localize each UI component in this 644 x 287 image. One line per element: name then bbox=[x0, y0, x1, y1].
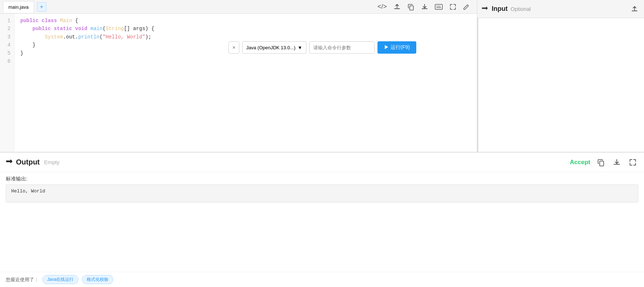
tab-add-icon: + bbox=[40, 4, 43, 10]
output-body: 标准输出: Hello, World bbox=[0, 172, 644, 272]
input-title: ⮕ Input Optional bbox=[482, 5, 531, 13]
svg-rect-2 bbox=[600, 161, 604, 166]
close-icon: × bbox=[232, 45, 235, 50]
code-embed-icon[interactable]: </> bbox=[376, 1, 388, 12]
input-panel-header: ⮕ Input Optional bbox=[477, 0, 644, 18]
output-download-icon[interactable] bbox=[611, 157, 622, 168]
output-fullscreen-icon[interactable] bbox=[627, 157, 638, 168]
input-title-label: Input bbox=[492, 5, 508, 13]
run-label: ▶ 运行(F9) bbox=[384, 44, 410, 51]
stdout-label: 标准输出: bbox=[6, 176, 638, 182]
tab-main-java[interactable]: main.java bbox=[3, 1, 34, 13]
code-content[interactable]: public class Main { public static void m… bbox=[15, 14, 477, 152]
input-toolbar-icons bbox=[629, 4, 640, 14]
run-toolbar: × Java (OpenJDK 13.0...) ▼ ▶ 运行(F9) bbox=[228, 41, 416, 54]
input-arrow-icon: ⮕ bbox=[482, 5, 489, 13]
output-title-label: Output bbox=[16, 158, 40, 166]
accept-button[interactable]: Accept bbox=[570, 159, 590, 166]
line-numbers: 1 2 3 4 5 6 bbox=[0, 14, 15, 152]
recently-tag-java[interactable]: Java在线运行 bbox=[42, 275, 78, 284]
recently-tag-format[interactable]: 格式化校验 bbox=[82, 275, 113, 284]
tab-bar: main.java + </> bbox=[0, 0, 477, 14]
output-arrow-icon: ⮕ bbox=[6, 158, 13, 166]
expand-icon[interactable] bbox=[448, 2, 458, 12]
output-area: ⮕ Output Empty Accept 标准输出: Hello, World… bbox=[0, 152, 644, 287]
download-icon[interactable] bbox=[420, 2, 430, 12]
svg-rect-0 bbox=[410, 6, 413, 10]
input-upload-icon[interactable] bbox=[629, 4, 640, 14]
recently-used-bar: 您最近使用了： Java在线运行 格式化校验 bbox=[0, 272, 644, 287]
input-panel: ⮕ Input Optional bbox=[477, 0, 644, 152]
output-title: ⮕ Output bbox=[6, 158, 40, 166]
keyboard-icon[interactable] bbox=[433, 3, 444, 11]
output-copy-icon[interactable] bbox=[595, 157, 606, 168]
upload-icon[interactable] bbox=[392, 2, 402, 12]
output-header: ⮕ Output Empty Accept bbox=[0, 153, 644, 172]
output-status: Empty bbox=[44, 159, 60, 165]
input-optional-label: Optional bbox=[511, 6, 531, 12]
cmd-args-input[interactable] bbox=[309, 41, 375, 54]
run-button[interactable]: ▶ 运行(F9) bbox=[377, 41, 417, 54]
output-toolbar: Accept bbox=[570, 157, 638, 168]
copy-icon[interactable] bbox=[406, 2, 416, 12]
chevron-down-icon: ▼ bbox=[298, 45, 302, 50]
language-selector[interactable]: Java (OpenJDK 13.0...) ▼ bbox=[242, 41, 306, 54]
code-editor[interactable]: 1 2 3 4 5 6 public class Main { public s… bbox=[0, 14, 477, 152]
edit-icon[interactable] bbox=[462, 2, 471, 12]
run-close-button[interactable]: × bbox=[228, 41, 239, 54]
stdout-value: Hello, World bbox=[6, 184, 638, 203]
tab-add-button[interactable]: + bbox=[37, 2, 46, 12]
input-body[interactable] bbox=[477, 18, 644, 152]
recently-used-label: 您最近使用了： bbox=[6, 276, 39, 283]
tab-label: main.java bbox=[8, 4, 29, 10]
lang-selected-value: Java (OpenJDK 13.0...) bbox=[246, 45, 296, 50]
svg-rect-1 bbox=[435, 4, 442, 9]
